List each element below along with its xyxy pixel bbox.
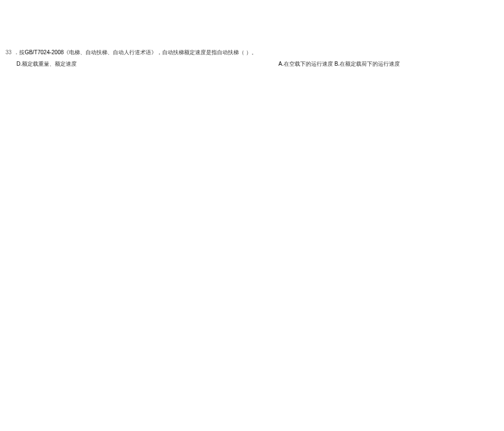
question-container: 33 ．按GB/T7024-2008《电梯、自动扶梯、自动人行道术语》，自动扶梯… (5, 48, 499, 68)
question-number: 33 (5, 48, 12, 57)
gb-code: GB/T7024-2008 (25, 49, 64, 55)
option-a-text: 在空载下的运行速度 (284, 61, 333, 67)
option-d-text: 额定载重量、额定速度 (22, 61, 77, 67)
option-d: D.额定载重量、额定速度 (16, 60, 77, 68)
option-b-letter: B. (335, 61, 340, 67)
question-stem: ．按GB/T7024-2008《电梯、自动扶梯、自动人行道术语》，自动扶梯额定速… (14, 48, 257, 57)
stem-prefix: ．按 (14, 49, 25, 55)
question-stem-line: 33 ．按GB/T7024-2008《电梯、自动扶梯、自动人行道术语》，自动扶梯… (5, 48, 499, 57)
options-row: D.额定载重量、额定速度 A.在空载下的运行速度 B.在额定载荷下的运行速度 (5, 60, 499, 68)
option-a-letter: A. (278, 61, 283, 67)
option-d-letter: D. (16, 61, 22, 67)
option-b-text: 在额定载荷下的运行速度 (340, 61, 400, 67)
stem-main: 《电梯、自动扶梯、自动人行道术语》，自动扶梯额定速度是指自动扶梯（ ）。 (64, 49, 257, 55)
options-ab: A.在空载下的运行速度 B.在额定载荷下的运行速度 (278, 60, 499, 68)
